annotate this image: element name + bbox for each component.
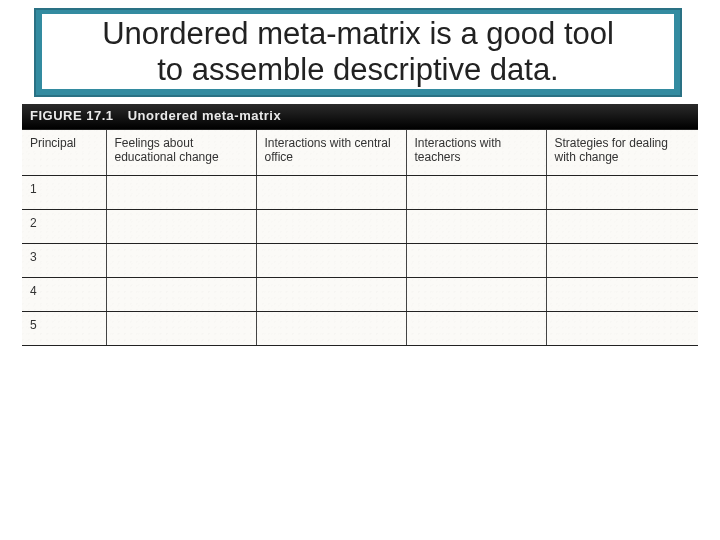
row-label: 1 (22, 176, 106, 210)
table-row: 3 (22, 244, 698, 278)
cell (256, 244, 406, 278)
table-row: 5 (22, 312, 698, 346)
cell (546, 278, 698, 312)
cell (256, 210, 406, 244)
slide-title: Unordered meta-matrix is a good tool to … (42, 14, 674, 89)
cell (106, 176, 256, 210)
title-panel: Unordered meta-matrix is a good tool to … (34, 8, 682, 97)
slide: Unordered meta-matrix is a good tool to … (0, 0, 720, 540)
col-header-principal: Principal (22, 130, 106, 176)
figure-number: FIGURE 17.1 (30, 108, 114, 123)
cell (546, 176, 698, 210)
cell (406, 244, 546, 278)
cell (546, 244, 698, 278)
cell (106, 278, 256, 312)
row-label: 5 (22, 312, 106, 346)
cell (106, 312, 256, 346)
cell (256, 176, 406, 210)
col-header-feelings: Feelings about educational change (106, 130, 256, 176)
cell (106, 210, 256, 244)
table-row: 2 (22, 210, 698, 244)
header-row: Principal Feelings about educational cha… (22, 130, 698, 176)
cell (406, 278, 546, 312)
cell (546, 210, 698, 244)
figure-caption-bar: FIGURE 17.1 Unordered meta-matrix (22, 104, 698, 129)
cell (406, 176, 546, 210)
cell (546, 312, 698, 346)
table-row: 1 (22, 176, 698, 210)
figure-title: Unordered meta-matrix (128, 108, 282, 123)
row-label: 2 (22, 210, 106, 244)
figure-image: FIGURE 17.1 Unordered meta-matrix Princi… (22, 104, 698, 346)
row-label: 4 (22, 278, 106, 312)
cell (256, 312, 406, 346)
cell (406, 210, 546, 244)
title-line-2: to assemble descriptive data. (157, 52, 559, 87)
cell (256, 278, 406, 312)
col-header-teachers: Interactions with teachers (406, 130, 546, 176)
title-line-1: Unordered meta-matrix is a good tool (102, 16, 614, 51)
row-label: 3 (22, 244, 106, 278)
col-header-strategies: Strategies for dealing with change (546, 130, 698, 176)
cell (106, 244, 256, 278)
meta-matrix-table: Principal Feelings about educational cha… (22, 129, 698, 346)
table-row: 4 (22, 278, 698, 312)
cell (406, 312, 546, 346)
col-header-central-office: Interactions with central office (256, 130, 406, 176)
